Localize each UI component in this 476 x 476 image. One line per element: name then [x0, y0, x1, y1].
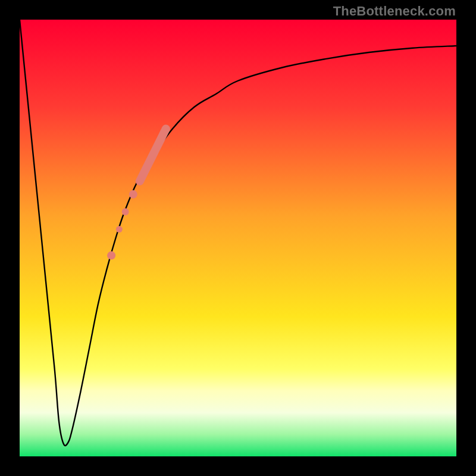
dot-4	[107, 251, 115, 259]
watermark-text: TheBottleneck.com	[333, 4, 456, 19]
chart-canvas	[20, 20, 456, 456]
chart-frame: TheBottleneck.com	[0, 0, 476, 476]
plot-area	[20, 20, 456, 456]
dot-1	[129, 190, 137, 199]
gradient-background	[20, 20, 456, 456]
dot-2	[122, 208, 129, 215]
dot-3	[116, 226, 123, 233]
